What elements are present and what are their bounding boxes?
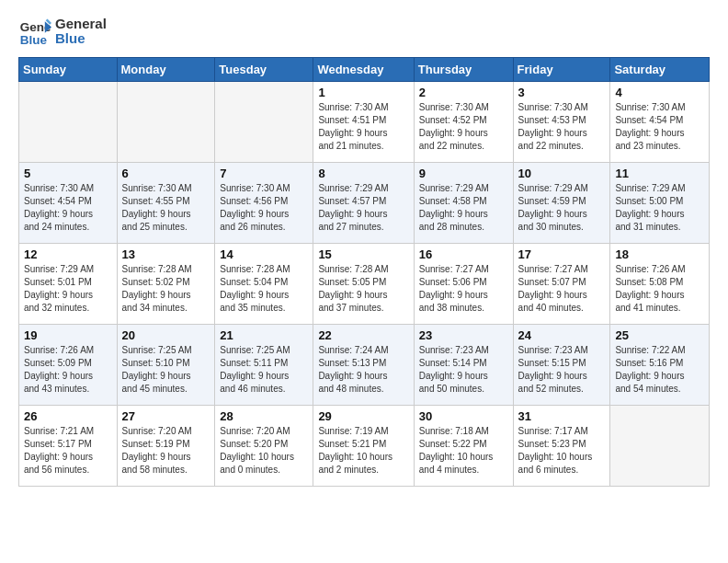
day-number: 9 <box>419 167 508 180</box>
day-info: Sunrise: 7:21 AM Sunset: 5:17 PM Dayligh… <box>24 425 112 477</box>
calendar-cell: 25Sunrise: 7:22 AM Sunset: 5:16 PM Dayli… <box>610 325 710 406</box>
calendar-week-row: 1Sunrise: 7:30 AM Sunset: 4:51 PM Daylig… <box>19 82 710 163</box>
day-number: 26 <box>24 409 112 423</box>
day-info: Sunrise: 7:20 AM Sunset: 5:20 PM Dayligh… <box>220 425 308 477</box>
logo-blue: Blue <box>55 31 107 47</box>
day-info: Sunrise: 7:19 AM Sunset: 5:21 PM Dayligh… <box>318 425 408 477</box>
calendar-cell <box>117 82 215 163</box>
day-number: 15 <box>318 247 408 261</box>
calendar-cell: 9Sunrise: 7:29 AM Sunset: 4:58 PM Daylig… <box>414 163 513 244</box>
day-number: 30 <box>419 409 508 423</box>
day-number: 4 <box>615 86 704 99</box>
calendar-cell <box>19 82 118 163</box>
calendar-cell: 10Sunrise: 7:29 AM Sunset: 4:59 PM Dayli… <box>513 163 610 244</box>
calendar-cell: 5Sunrise: 7:30 AM Sunset: 4:54 PM Daylig… <box>19 163 118 244</box>
calendar-cell: 21Sunrise: 7:25 AM Sunset: 5:11 PM Dayli… <box>215 325 313 406</box>
day-info: Sunrise: 7:18 AM Sunset: 5:22 PM Dayligh… <box>419 425 508 477</box>
weekday-header-monday: Monday <box>117 58 215 82</box>
day-number: 25 <box>615 328 704 342</box>
day-info: Sunrise: 7:28 AM Sunset: 5:05 PM Dayligh… <box>318 263 408 315</box>
day-number: 27 <box>122 409 210 423</box>
page: General Blue General Blue SundayMondayTu… <box>0 0 728 563</box>
weekday-header-saturday: Saturday <box>610 58 710 82</box>
calendar-cell: 14Sunrise: 7:28 AM Sunset: 5:04 PM Dayli… <box>215 244 313 325</box>
day-info: Sunrise: 7:24 AM Sunset: 5:13 PM Dayligh… <box>318 344 408 396</box>
calendar-week-row: 5Sunrise: 7:30 AM Sunset: 4:54 PM Daylig… <box>19 163 710 244</box>
weekday-header-thursday: Thursday <box>414 58 513 82</box>
calendar-cell: 2Sunrise: 7:30 AM Sunset: 4:52 PM Daylig… <box>414 82 513 163</box>
weekday-header-sunday: Sunday <box>19 58 118 82</box>
day-number: 21 <box>220 328 308 342</box>
calendar-cell <box>610 406 710 487</box>
weekday-header-tuesday: Tuesday <box>215 58 313 82</box>
svg-text:Blue: Blue <box>20 33 48 47</box>
calendar-cell: 7Sunrise: 7:30 AM Sunset: 4:56 PM Daylig… <box>215 163 313 244</box>
day-info: Sunrise: 7:28 AM Sunset: 5:02 PM Dayligh… <box>122 263 210 315</box>
day-info: Sunrise: 7:29 AM Sunset: 4:59 PM Dayligh… <box>518 182 606 234</box>
day-number: 10 <box>518 167 606 180</box>
calendar-cell: 8Sunrise: 7:29 AM Sunset: 4:57 PM Daylig… <box>313 163 414 244</box>
calendar-cell: 23Sunrise: 7:23 AM Sunset: 5:14 PM Dayli… <box>414 325 513 406</box>
calendar-cell: 13Sunrise: 7:28 AM Sunset: 5:02 PM Dayli… <box>117 244 215 325</box>
calendar-cell: 3Sunrise: 7:30 AM Sunset: 4:53 PM Daylig… <box>513 82 610 163</box>
day-info: Sunrise: 7:23 AM Sunset: 5:14 PM Dayligh… <box>419 344 508 396</box>
day-info: Sunrise: 7:30 AM Sunset: 4:55 PM Dayligh… <box>122 182 210 234</box>
calendar-cell: 12Sunrise: 7:29 AM Sunset: 5:01 PM Dayli… <box>19 244 118 325</box>
day-info: Sunrise: 7:30 AM Sunset: 4:54 PM Dayligh… <box>615 101 704 153</box>
day-number: 19 <box>24 328 112 342</box>
weekday-header-friday: Friday <box>513 58 610 82</box>
day-info: Sunrise: 7:25 AM Sunset: 5:10 PM Dayligh… <box>122 344 210 396</box>
calendar-cell: 19Sunrise: 7:26 AM Sunset: 5:09 PM Dayli… <box>19 325 118 406</box>
day-number: 3 <box>518 86 606 99</box>
weekday-header-wednesday: Wednesday <box>313 58 414 82</box>
day-number: 24 <box>518 328 606 342</box>
day-number: 16 <box>419 247 508 261</box>
day-number: 2 <box>419 86 508 99</box>
day-info: Sunrise: 7:17 AM Sunset: 5:23 PM Dayligh… <box>518 425 606 477</box>
day-number: 17 <box>518 247 606 261</box>
calendar-cell: 29Sunrise: 7:19 AM Sunset: 5:21 PM Dayli… <box>313 406 414 487</box>
calendar-cell <box>215 82 313 163</box>
day-info: Sunrise: 7:27 AM Sunset: 5:06 PM Dayligh… <box>419 263 508 315</box>
logo: General Blue General Blue <box>18 15 107 48</box>
day-number: 31 <box>518 409 606 423</box>
calendar-header-row: SundayMondayTuesdayWednesdayThursdayFrid… <box>19 58 710 82</box>
day-number: 6 <box>122 167 210 180</box>
day-number: 11 <box>615 167 704 180</box>
day-number: 8 <box>318 167 408 180</box>
day-info: Sunrise: 7:26 AM Sunset: 5:08 PM Dayligh… <box>615 263 704 315</box>
day-number: 5 <box>24 167 112 180</box>
day-info: Sunrise: 7:22 AM Sunset: 5:16 PM Dayligh… <box>615 344 704 396</box>
calendar-cell: 26Sunrise: 7:21 AM Sunset: 5:17 PM Dayli… <box>19 406 118 487</box>
calendar-cell: 22Sunrise: 7:24 AM Sunset: 5:13 PM Dayli… <box>313 325 414 406</box>
day-number: 14 <box>220 247 308 261</box>
calendar-cell: 1Sunrise: 7:30 AM Sunset: 4:51 PM Daylig… <box>313 82 414 163</box>
calendar-cell: 15Sunrise: 7:28 AM Sunset: 5:05 PM Dayli… <box>313 244 414 325</box>
day-number: 20 <box>122 328 210 342</box>
day-info: Sunrise: 7:27 AM Sunset: 5:07 PM Dayligh… <box>518 263 606 315</box>
header: General Blue General Blue <box>18 15 710 48</box>
calendar-cell: 30Sunrise: 7:18 AM Sunset: 5:22 PM Dayli… <box>414 406 513 487</box>
day-info: Sunrise: 7:30 AM Sunset: 4:52 PM Dayligh… <box>419 101 508 153</box>
calendar-cell: 6Sunrise: 7:30 AM Sunset: 4:55 PM Daylig… <box>117 163 215 244</box>
logo-general: General <box>55 17 107 32</box>
day-number: 18 <box>615 247 704 261</box>
calendar-week-row: 19Sunrise: 7:26 AM Sunset: 5:09 PM Dayli… <box>19 325 710 406</box>
day-number: 22 <box>318 328 408 342</box>
day-info: Sunrise: 7:30 AM Sunset: 4:56 PM Dayligh… <box>220 182 308 234</box>
day-info: Sunrise: 7:30 AM Sunset: 4:51 PM Dayligh… <box>318 101 408 153</box>
calendar-cell: 24Sunrise: 7:23 AM Sunset: 5:15 PM Dayli… <box>513 325 610 406</box>
day-info: Sunrise: 7:30 AM Sunset: 4:53 PM Dayligh… <box>518 101 606 153</box>
day-number: 7 <box>220 167 308 180</box>
calendar-cell: 16Sunrise: 7:27 AM Sunset: 5:06 PM Dayli… <box>414 244 513 325</box>
day-info: Sunrise: 7:29 AM Sunset: 4:57 PM Dayligh… <box>318 182 408 234</box>
calendar-cell: 31Sunrise: 7:17 AM Sunset: 5:23 PM Dayli… <box>513 406 610 487</box>
day-info: Sunrise: 7:29 AM Sunset: 5:00 PM Dayligh… <box>615 182 704 234</box>
day-info: Sunrise: 7:29 AM Sunset: 5:01 PM Dayligh… <box>24 263 112 315</box>
calendar-week-row: 26Sunrise: 7:21 AM Sunset: 5:17 PM Dayli… <box>19 406 710 487</box>
calendar-cell: 4Sunrise: 7:30 AM Sunset: 4:54 PM Daylig… <box>610 82 710 163</box>
day-info: Sunrise: 7:30 AM Sunset: 4:54 PM Dayligh… <box>24 182 112 234</box>
calendar: SundayMondayTuesdayWednesdayThursdayFrid… <box>18 57 710 487</box>
calendar-cell: 18Sunrise: 7:26 AM Sunset: 5:08 PM Dayli… <box>610 244 710 325</box>
day-number: 1 <box>318 86 408 99</box>
